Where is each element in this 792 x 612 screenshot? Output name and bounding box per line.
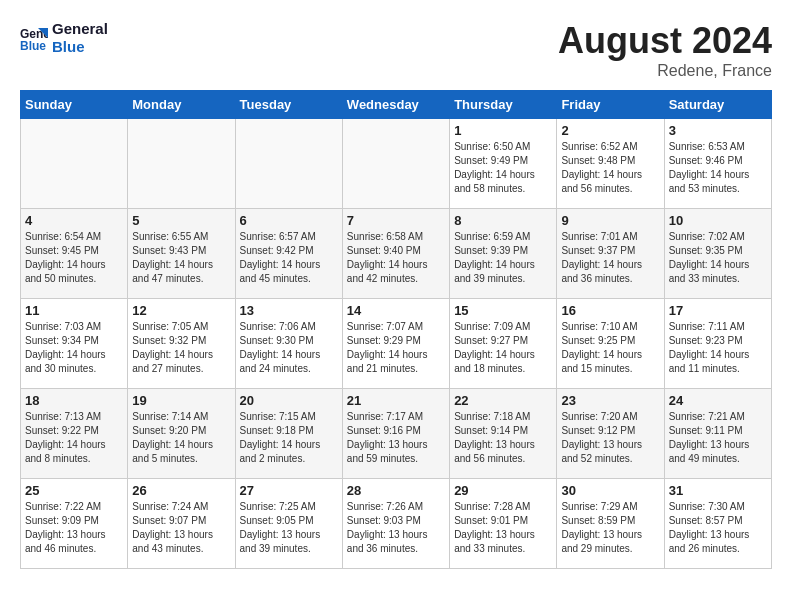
day-info: Sunrise: 7:13 AMSunset: 9:22 PMDaylight:… bbox=[25, 410, 123, 466]
header: General Blue General Blue August 2024 Re… bbox=[20, 20, 772, 80]
day-number: 28 bbox=[347, 483, 445, 498]
day-cell-13: 13Sunrise: 7:06 AMSunset: 9:30 PMDayligh… bbox=[235, 299, 342, 389]
day-info: Sunrise: 7:15 AMSunset: 9:18 PMDaylight:… bbox=[240, 410, 338, 466]
day-number: 9 bbox=[561, 213, 659, 228]
day-cell-27: 27Sunrise: 7:25 AMSunset: 9:05 PMDayligh… bbox=[235, 479, 342, 569]
col-friday: Friday bbox=[557, 91, 664, 119]
day-cell-empty bbox=[235, 119, 342, 209]
col-sunday: Sunday bbox=[21, 91, 128, 119]
day-info: Sunrise: 7:18 AMSunset: 9:14 PMDaylight:… bbox=[454, 410, 552, 466]
day-number: 26 bbox=[132, 483, 230, 498]
day-number: 18 bbox=[25, 393, 123, 408]
day-info: Sunrise: 7:26 AMSunset: 9:03 PMDaylight:… bbox=[347, 500, 445, 556]
day-info: Sunrise: 7:24 AMSunset: 9:07 PMDaylight:… bbox=[132, 500, 230, 556]
day-number: 13 bbox=[240, 303, 338, 318]
day-number: 1 bbox=[454, 123, 552, 138]
day-number: 11 bbox=[25, 303, 123, 318]
day-cell-12: 12Sunrise: 7:05 AMSunset: 9:32 PMDayligh… bbox=[128, 299, 235, 389]
day-cell-empty bbox=[342, 119, 449, 209]
day-cell-9: 9Sunrise: 7:01 AMSunset: 9:37 PMDaylight… bbox=[557, 209, 664, 299]
day-number: 5 bbox=[132, 213, 230, 228]
day-info: Sunrise: 7:03 AMSunset: 9:34 PMDaylight:… bbox=[25, 320, 123, 376]
day-cell-28: 28Sunrise: 7:26 AMSunset: 9:03 PMDayligh… bbox=[342, 479, 449, 569]
day-cell-26: 26Sunrise: 7:24 AMSunset: 9:07 PMDayligh… bbox=[128, 479, 235, 569]
col-saturday: Saturday bbox=[664, 91, 771, 119]
day-cell-5: 5Sunrise: 6:55 AMSunset: 9:43 PMDaylight… bbox=[128, 209, 235, 299]
day-info: Sunrise: 7:07 AMSunset: 9:29 PMDaylight:… bbox=[347, 320, 445, 376]
svg-text:Blue: Blue bbox=[20, 39, 46, 52]
col-thursday: Thursday bbox=[450, 91, 557, 119]
week-row-1: 1Sunrise: 6:50 AMSunset: 9:49 PMDaylight… bbox=[21, 119, 772, 209]
day-cell-21: 21Sunrise: 7:17 AMSunset: 9:16 PMDayligh… bbox=[342, 389, 449, 479]
day-info: Sunrise: 7:11 AMSunset: 9:23 PMDaylight:… bbox=[669, 320, 767, 376]
day-number: 31 bbox=[669, 483, 767, 498]
main-title: August 2024 bbox=[558, 20, 772, 62]
col-tuesday: Tuesday bbox=[235, 91, 342, 119]
day-cell-15: 15Sunrise: 7:09 AMSunset: 9:27 PMDayligh… bbox=[450, 299, 557, 389]
day-info: Sunrise: 6:55 AMSunset: 9:43 PMDaylight:… bbox=[132, 230, 230, 286]
col-wednesday: Wednesday bbox=[342, 91, 449, 119]
day-info: Sunrise: 7:01 AMSunset: 9:37 PMDaylight:… bbox=[561, 230, 659, 286]
day-info: Sunrise: 7:02 AMSunset: 9:35 PMDaylight:… bbox=[669, 230, 767, 286]
day-number: 27 bbox=[240, 483, 338, 498]
day-info: Sunrise: 7:05 AMSunset: 9:32 PMDaylight:… bbox=[132, 320, 230, 376]
day-cell-3: 3Sunrise: 6:53 AMSunset: 9:46 PMDaylight… bbox=[664, 119, 771, 209]
day-number: 3 bbox=[669, 123, 767, 138]
day-number: 25 bbox=[25, 483, 123, 498]
day-cell-8: 8Sunrise: 6:59 AMSunset: 9:39 PMDaylight… bbox=[450, 209, 557, 299]
day-cell-19: 19Sunrise: 7:14 AMSunset: 9:20 PMDayligh… bbox=[128, 389, 235, 479]
day-cell-empty bbox=[21, 119, 128, 209]
day-cell-1: 1Sunrise: 6:50 AMSunset: 9:49 PMDaylight… bbox=[450, 119, 557, 209]
day-number: 20 bbox=[240, 393, 338, 408]
logo-blue: Blue bbox=[52, 38, 108, 56]
logo: General Blue General Blue bbox=[20, 20, 108, 56]
title-area: August 2024 Redene, France bbox=[558, 20, 772, 80]
day-cell-25: 25Sunrise: 7:22 AMSunset: 9:09 PMDayligh… bbox=[21, 479, 128, 569]
logo-icon: General Blue bbox=[20, 24, 48, 52]
day-cell-17: 17Sunrise: 7:11 AMSunset: 9:23 PMDayligh… bbox=[664, 299, 771, 389]
calendar-header-row: SundayMondayTuesdayWednesdayThursdayFrid… bbox=[21, 91, 772, 119]
day-number: 4 bbox=[25, 213, 123, 228]
day-number: 21 bbox=[347, 393, 445, 408]
day-number: 24 bbox=[669, 393, 767, 408]
day-info: Sunrise: 6:58 AMSunset: 9:40 PMDaylight:… bbox=[347, 230, 445, 286]
day-info: Sunrise: 7:22 AMSunset: 9:09 PMDaylight:… bbox=[25, 500, 123, 556]
day-info: Sunrise: 7:17 AMSunset: 9:16 PMDaylight:… bbox=[347, 410, 445, 466]
week-row-2: 4Sunrise: 6:54 AMSunset: 9:45 PMDaylight… bbox=[21, 209, 772, 299]
day-info: Sunrise: 7:28 AMSunset: 9:01 PMDaylight:… bbox=[454, 500, 552, 556]
day-cell-11: 11Sunrise: 7:03 AMSunset: 9:34 PMDayligh… bbox=[21, 299, 128, 389]
day-info: Sunrise: 6:50 AMSunset: 9:49 PMDaylight:… bbox=[454, 140, 552, 196]
day-number: 16 bbox=[561, 303, 659, 318]
subtitle: Redene, France bbox=[558, 62, 772, 80]
day-info: Sunrise: 7:29 AMSunset: 8:59 PMDaylight:… bbox=[561, 500, 659, 556]
day-number: 7 bbox=[347, 213, 445, 228]
day-cell-6: 6Sunrise: 6:57 AMSunset: 9:42 PMDaylight… bbox=[235, 209, 342, 299]
day-cell-22: 22Sunrise: 7:18 AMSunset: 9:14 PMDayligh… bbox=[450, 389, 557, 479]
day-number: 14 bbox=[347, 303, 445, 318]
day-number: 10 bbox=[669, 213, 767, 228]
day-cell-29: 29Sunrise: 7:28 AMSunset: 9:01 PMDayligh… bbox=[450, 479, 557, 569]
col-monday: Monday bbox=[128, 91, 235, 119]
day-info: Sunrise: 7:21 AMSunset: 9:11 PMDaylight:… bbox=[669, 410, 767, 466]
day-number: 23 bbox=[561, 393, 659, 408]
day-cell-7: 7Sunrise: 6:58 AMSunset: 9:40 PMDaylight… bbox=[342, 209, 449, 299]
day-cell-14: 14Sunrise: 7:07 AMSunset: 9:29 PMDayligh… bbox=[342, 299, 449, 389]
logo-general: General bbox=[52, 20, 108, 38]
day-info: Sunrise: 7:06 AMSunset: 9:30 PMDaylight:… bbox=[240, 320, 338, 376]
day-info: Sunrise: 6:59 AMSunset: 9:39 PMDaylight:… bbox=[454, 230, 552, 286]
day-number: 8 bbox=[454, 213, 552, 228]
day-number: 12 bbox=[132, 303, 230, 318]
day-cell-empty bbox=[128, 119, 235, 209]
day-info: Sunrise: 7:09 AMSunset: 9:27 PMDaylight:… bbox=[454, 320, 552, 376]
day-number: 6 bbox=[240, 213, 338, 228]
day-cell-20: 20Sunrise: 7:15 AMSunset: 9:18 PMDayligh… bbox=[235, 389, 342, 479]
calendar: SundayMondayTuesdayWednesdayThursdayFrid… bbox=[20, 90, 772, 569]
day-info: Sunrise: 6:54 AMSunset: 9:45 PMDaylight:… bbox=[25, 230, 123, 286]
day-cell-18: 18Sunrise: 7:13 AMSunset: 9:22 PMDayligh… bbox=[21, 389, 128, 479]
day-cell-4: 4Sunrise: 6:54 AMSunset: 9:45 PMDaylight… bbox=[21, 209, 128, 299]
day-number: 17 bbox=[669, 303, 767, 318]
week-row-4: 18Sunrise: 7:13 AMSunset: 9:22 PMDayligh… bbox=[21, 389, 772, 479]
day-info: Sunrise: 6:53 AMSunset: 9:46 PMDaylight:… bbox=[669, 140, 767, 196]
day-info: Sunrise: 7:25 AMSunset: 9:05 PMDaylight:… bbox=[240, 500, 338, 556]
day-cell-16: 16Sunrise: 7:10 AMSunset: 9:25 PMDayligh… bbox=[557, 299, 664, 389]
